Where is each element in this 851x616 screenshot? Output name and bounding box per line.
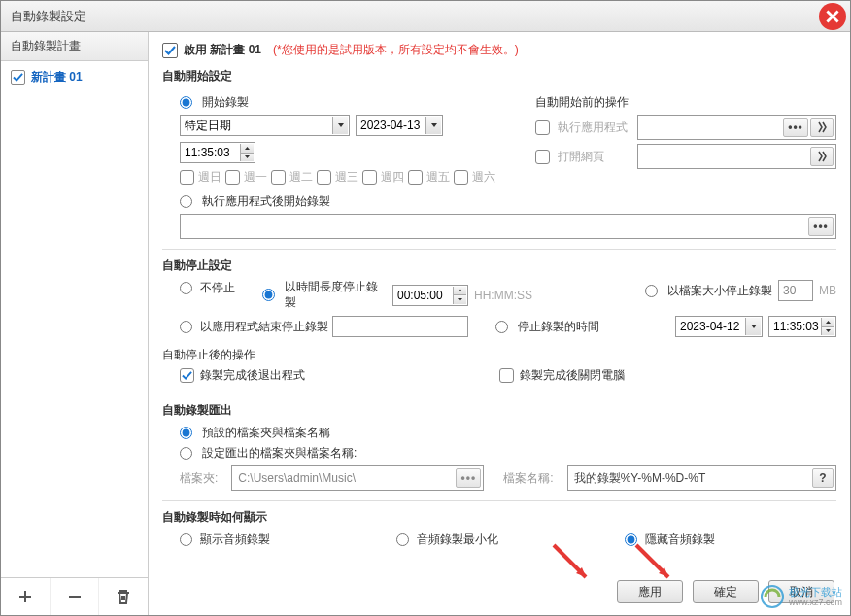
filename-value: 我的錄製%Y-%M-%D-%T (574, 470, 706, 487)
radio-stop-by-time[interactable] (495, 321, 508, 333)
chevron-right-icon (816, 121, 828, 133)
duration-value: 00:05:00 (397, 289, 443, 302)
trial-note: (*您使用的是試用版本，所有設定均不會生效。) (273, 42, 519, 58)
shutdown-after-checkbox[interactable] (499, 368, 514, 383)
plan-name-label: 新計畫 01 (31, 69, 83, 86)
radio-stop-by-time-label: 停止錄製的時間 (518, 319, 599, 335)
radio-display-min[interactable] (396, 533, 409, 546)
radio-display-hide-label: 隱藏音頻錄製 (645, 531, 715, 548)
day-thu-checkbox[interactable] (362, 170, 377, 185)
start-time-spinner[interactable]: 11:35:03 (180, 142, 255, 163)
start-time-value: 11:35:03 (185, 146, 230, 159)
radio-start-after-app[interactable] (180, 195, 192, 208)
radio-no-stop-label: 不停止 (200, 280, 235, 296)
folder-value: C:\Users\admin\Music\ (238, 471, 356, 485)
close-button[interactable] (819, 3, 846, 30)
app-path-input[interactable]: ••• (180, 214, 836, 239)
start-date-picker[interactable]: 2023-04-13 (356, 115, 443, 136)
minus-icon (66, 588, 84, 605)
day-wed-checkbox[interactable] (317, 170, 331, 185)
enable-plan-checkbox[interactable] (162, 43, 178, 58)
sidebar: 自動錄製計畫 新計畫 01 (1, 32, 149, 615)
stop-date-picker[interactable]: 2023-04-12 (675, 316, 763, 337)
folder-label: 檔案夾: (180, 470, 218, 487)
radio-stop-by-duration-label: 以時間長度停止錄製 (285, 280, 387, 310)
sidebar-plan-item[interactable]: 新計畫 01 (1, 61, 148, 93)
run-app-label: 執行應用程式 (558, 120, 628, 136)
radio-display-min-label: 音頻錄製最小化 (417, 531, 498, 548)
check-icon (164, 45, 176, 56)
export-section-title: 自動錄製匯出 (162, 402, 836, 419)
stop-time-spinner[interactable]: 11:35:03 (768, 316, 836, 337)
delete-plan-button[interactable] (98, 578, 148, 615)
add-plan-button[interactable] (1, 578, 50, 615)
radio-display-show[interactable] (180, 533, 192, 546)
filename-label: 檔案名稱: (503, 470, 553, 487)
day-mon-checkbox[interactable] (225, 170, 240, 185)
radio-export-custom[interactable] (180, 447, 192, 460)
display-section-title: 自動錄製時如何顯示 (162, 509, 836, 526)
run-app-path-input[interactable]: ••• (637, 115, 836, 140)
day-sun-checkbox[interactable] (180, 170, 194, 185)
filename-help-button[interactable]: ? (812, 468, 834, 488)
duration-spinner[interactable]: 00:05:00 (392, 285, 468, 306)
date-mode-value: 特定日期 (185, 118, 231, 134)
radio-start-recording-label: 開始錄製 (202, 94, 249, 111)
folder-input[interactable]: C:\Users\admin\Music\ ••• (231, 465, 484, 491)
exit-after-label: 錄製完成後退出程式 (200, 367, 305, 384)
radio-stop-by-app-end[interactable] (180, 321, 192, 333)
date-mode-select[interactable]: 特定日期 (180, 115, 350, 136)
start-date-value: 2023-04-13 (360, 119, 420, 132)
day-sat-checkbox[interactable] (454, 170, 468, 185)
plan-checkbox[interactable] (11, 70, 25, 85)
open-web-url-input[interactable] (637, 144, 836, 169)
radio-stop-by-size-label: 以檔案大小停止錄製 (667, 283, 772, 299)
radio-start-recording[interactable] (180, 96, 192, 109)
expand-button[interactable] (810, 118, 834, 137)
exit-after-checkbox[interactable] (180, 368, 194, 383)
content-panel: 啟用 新計畫 01 (*您使用的是試用版本，所有設定均不會生效。) 自動開始設定… (149, 32, 850, 615)
radio-export-custom-label: 設定匯出的檔案夾與檔案名稱: (202, 445, 357, 462)
after-stop-title: 自動停止後的操作 (162, 347, 255, 363)
radio-stop-by-size[interactable] (645, 285, 658, 297)
radio-display-show-label: 顯示音頻錄製 (200, 531, 270, 548)
open-web-checkbox[interactable] (535, 150, 550, 164)
radio-export-default[interactable] (180, 427, 192, 439)
cancel-button[interactable]: 取消 (768, 580, 834, 603)
window-title: 自動錄製設定 (11, 8, 86, 25)
radio-start-after-app-label: 執行應用程式後開始錄製 (202, 193, 330, 210)
pre-actions-title: 自動開始前的操作 (535, 94, 629, 111)
size-input[interactable]: 30 (778, 280, 813, 301)
radio-no-stop[interactable] (180, 282, 192, 294)
close-icon (826, 10, 839, 23)
browse-button[interactable]: ••• (808, 217, 834, 236)
stop-date-value: 2023-04-12 (680, 320, 739, 333)
day-tue-checkbox[interactable] (271, 170, 286, 185)
day-fri-checkbox[interactable] (408, 170, 423, 185)
run-app-checkbox[interactable] (535, 120, 550, 135)
browse-button[interactable]: ••• (783, 118, 808, 137)
filename-input[interactable]: 我的錄製%Y-%M-%D-%T ? (567, 465, 836, 491)
spinner-icon (453, 287, 466, 304)
remove-plan-button[interactable] (50, 578, 99, 615)
auto-stop-section-title: 自動停止設定 (162, 257, 836, 274)
radio-display-hide[interactable] (625, 533, 637, 546)
spinner-icon (821, 318, 834, 335)
expand-button[interactable] (810, 147, 834, 166)
ok-button[interactable]: 確定 (693, 580, 759, 603)
dropdown-icon (332, 117, 348, 134)
check-icon (13, 72, 23, 83)
auto-start-section-title: 自動開始設定 (162, 68, 836, 85)
stop-app-input[interactable] (332, 316, 468, 337)
dropdown-icon (745, 318, 761, 335)
radio-stop-by-duration[interactable] (262, 289, 275, 301)
duration-hint: HH:MM:SS (474, 289, 532, 302)
sidebar-header: 自動錄製計畫 (1, 32, 148, 61)
stop-time-value: 11:35:03 (773, 320, 819, 333)
plus-icon (17, 588, 34, 605)
days-row: 週日 週一 週二 週三 週四 週五 週六 (180, 169, 524, 186)
enable-plan-label: 啟用 新計畫 01 (184, 42, 261, 58)
browse-folder-button[interactable]: ••• (456, 468, 481, 488)
apply-button[interactable]: 應用 (617, 580, 683, 603)
titlebar: 自動錄製設定 (1, 1, 850, 32)
